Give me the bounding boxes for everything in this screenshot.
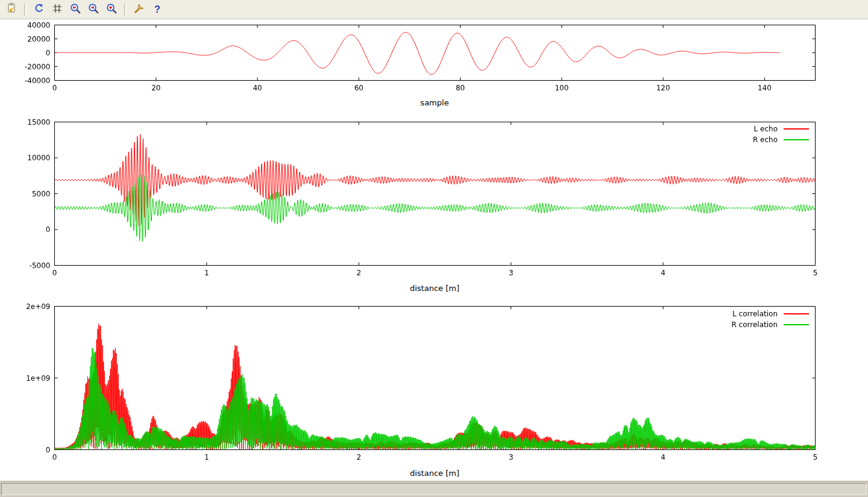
replot-button[interactable] <box>31 2 47 17</box>
legend-line-sample <box>784 139 809 140</box>
configure-button[interactable] <box>131 2 147 17</box>
xlabel-distance-echo: distance [m] <box>54 284 815 295</box>
zoom-next-button[interactable] <box>86 2 101 17</box>
legend-label: R correlation <box>731 320 778 329</box>
clipboard-icon <box>5 2 17 16</box>
zoom-previous-icon <box>69 2 81 16</box>
zoom-next-icon <box>87 2 99 16</box>
gnuplot-window: ? sample L echo R echo distance [m] L co… <box>0 0 868 497</box>
autoscale-button[interactable] <box>104 2 119 17</box>
toggle-grid-button[interactable] <box>49 2 65 17</box>
zoom-previous-button[interactable] <box>68 2 83 17</box>
help-icon: ? <box>154 5 160 14</box>
plot-area: sample L echo R echo distance [m] L corr… <box>0 20 868 481</box>
correlation-legend: L correlation R correlation <box>731 308 809 330</box>
legend-entry: R echo <box>753 134 809 145</box>
legend-entry: L correlation <box>731 308 809 319</box>
legend-line-sample <box>784 313 809 314</box>
echo-plot-canvas[interactable] <box>0 117 868 277</box>
grid-icon <box>51 2 63 16</box>
status-field <box>1 483 867 495</box>
legend-line-sample <box>784 128 809 130</box>
status-bar <box>0 481 868 497</box>
legend-label: L correlation <box>732 310 778 318</box>
legend-entry: R correlation <box>731 319 809 330</box>
toolbar: ? <box>0 0 868 19</box>
copy-to-clipboard-button[interactable] <box>4 2 19 17</box>
xlabel-sample: sample <box>54 98 815 109</box>
pulse-plot-canvas[interactable] <box>0 20 868 93</box>
legend-label: L echo <box>754 125 778 133</box>
toolbar-separator <box>124 4 127 16</box>
help-button[interactable]: ? <box>149 2 165 17</box>
xlabel-distance-correlation: distance [m] <box>54 469 815 480</box>
echo-legend: L echo R echo <box>753 123 809 145</box>
legend-line-sample <box>784 324 809 325</box>
wrench-icon <box>133 2 145 16</box>
legend-entry: L echo <box>753 123 809 134</box>
toolbar-separator <box>24 4 27 16</box>
autoscale-icon <box>105 2 118 16</box>
replot-icon <box>33 2 45 16</box>
legend-label: R echo <box>753 136 778 144</box>
